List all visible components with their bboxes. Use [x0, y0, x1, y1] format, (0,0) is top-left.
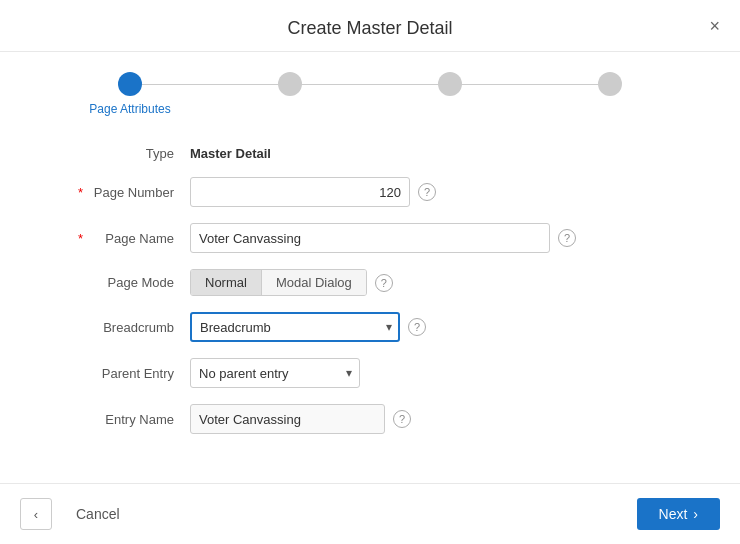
next-label: Next — [659, 506, 688, 522]
entry-name-label: Entry Name — [70, 412, 190, 427]
dialog-footer: ‹ Cancel Next › — [0, 483, 740, 544]
parent-entry-row: Parent Entry No parent entry ▾ — [70, 358, 670, 388]
mode-normal-button[interactable]: Normal — [191, 270, 262, 295]
page-mode-label: Page Mode — [70, 275, 190, 290]
breadcrumb-help-icon[interactable]: ? — [408, 318, 426, 336]
parent-entry-select[interactable]: No parent entry — [190, 358, 360, 388]
entry-name-help-icon[interactable]: ? — [393, 410, 411, 428]
dialog-title: Create Master Detail — [287, 18, 452, 39]
dialog-header: Create Master Detail × — [0, 0, 740, 52]
step-3-circle — [438, 72, 462, 96]
create-master-detail-dialog: Create Master Detail × Page Attributes — [0, 0, 740, 544]
parent-entry-wrapper: No parent entry ▾ — [190, 358, 360, 388]
footer-left: ‹ Cancel — [20, 498, 136, 530]
page-number-input[interactable] — [190, 177, 410, 207]
parent-entry-label: Parent Entry — [70, 366, 190, 381]
breadcrumb-select-wrapper: Breadcrumb ▾ — [190, 312, 400, 342]
page-mode-row: Page Mode Normal Modal Dialog ? — [70, 269, 670, 296]
step-4-circle — [598, 72, 622, 96]
page-mode-help-icon[interactable]: ? — [375, 274, 393, 292]
next-icon: › — [693, 506, 698, 522]
step-3 — [370, 72, 530, 96]
form-section: Type Master Detail Page Number ? Page Na… — [30, 146, 710, 434]
dialog-body: Page Attributes Type Master Detail Page … — [0, 52, 740, 483]
cancel-button[interactable]: Cancel — [60, 500, 136, 528]
mode-modal-button[interactable]: Modal Dialog — [262, 270, 366, 295]
breadcrumb-row: Breadcrumb Breadcrumb ▾ ? — [70, 312, 670, 342]
step-2 — [210, 72, 370, 96]
page-mode-group: Normal Modal Dialog — [190, 269, 367, 296]
type-label: Type — [70, 146, 190, 161]
stepper: Page Attributes — [30, 72, 710, 116]
step-1-circle — [118, 72, 142, 96]
next-button[interactable]: Next › — [637, 498, 720, 530]
page-name-label: Page Name — [70, 231, 190, 246]
step-1: Page Attributes — [50, 72, 210, 116]
breadcrumb-select[interactable]: Breadcrumb — [190, 312, 400, 342]
entry-name-input[interactable] — [190, 404, 385, 434]
breadcrumb-label: Breadcrumb — [70, 320, 190, 335]
close-button[interactable]: × — [709, 17, 720, 35]
step-1-label: Page Attributes — [89, 102, 170, 116]
page-name-help-icon[interactable]: ? — [558, 229, 576, 247]
step-4 — [530, 72, 690, 96]
entry-name-row: Entry Name ? — [70, 404, 670, 434]
type-row: Type Master Detail — [70, 146, 670, 161]
page-name-row: Page Name ? — [70, 223, 670, 253]
step-2-circle — [278, 72, 302, 96]
page-number-help-icon[interactable]: ? — [418, 183, 436, 201]
page-name-input[interactable] — [190, 223, 550, 253]
type-value: Master Detail — [190, 146, 271, 161]
page-number-label: Page Number — [70, 185, 190, 200]
page-number-row: Page Number ? — [70, 177, 670, 207]
prev-button[interactable]: ‹ — [20, 498, 52, 530]
